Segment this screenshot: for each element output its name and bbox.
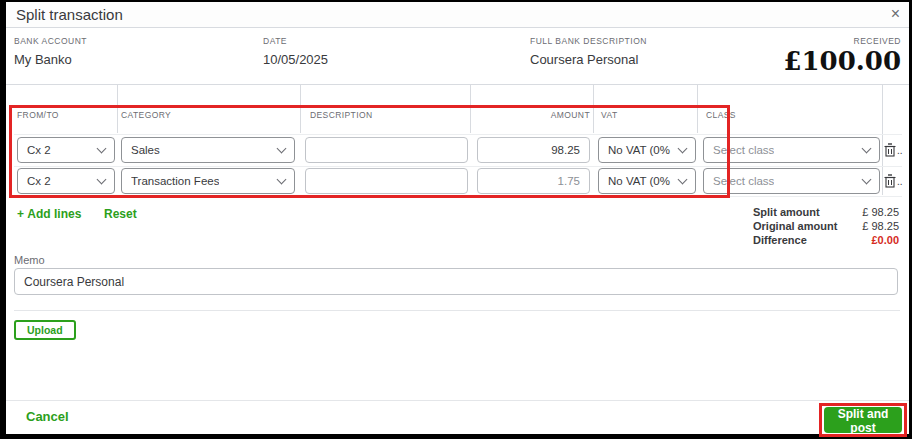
column-header-description: DESCRIPTION <box>310 110 373 120</box>
date-value: 10/05/2025 <box>263 52 328 67</box>
page-title: Split transaction <box>16 6 123 23</box>
totals-summary: Split amount £ 98.25 Original amount £ 9… <box>753 205 899 247</box>
trash-icon <box>884 174 896 188</box>
row1-vat-select[interactable]: No VAT (0% Pur <box>598 137 696 163</box>
column-header-class: CLASS <box>706 110 736 120</box>
row1-category-select[interactable]: Sales <box>121 137 295 163</box>
difference-value: £0.00 <box>871 233 899 247</box>
row2-from-to-select[interactable]: Cx 2 <box>17 168 115 194</box>
original-amount-value: £ 98.25 <box>862 219 899 233</box>
dialog-titlebar: Split transaction × <box>6 2 909 28</box>
received-amount: £100.00 <box>783 46 901 76</box>
row2-category-select[interactable]: Transaction Fees <box>121 168 295 194</box>
reset-button[interactable]: Reset <box>104 207 137 221</box>
footer-divider <box>6 400 909 401</box>
chevron-down-icon <box>862 175 872 185</box>
plus-icon: + <box>17 207 24 221</box>
row1-from-to-select[interactable]: Cx 2 <box>17 137 115 163</box>
split-and-post-button[interactable]: Split and post <box>824 407 902 433</box>
row2-amount-input[interactable] <box>477 168 590 194</box>
full-bank-description-value: Coursera Personal <box>530 52 638 67</box>
row2-class-select[interactable]: Select class <box>703 168 880 194</box>
original-amount-label: Original amount <box>753 219 837 233</box>
row2-from-to-value: Cx 2 <box>27 175 51 187</box>
row2-vat-value: No VAT (0% Pur <box>608 175 673 187</box>
bank-account-label: BANK ACCOUNT <box>14 36 87 46</box>
full-bank-description-label: FULL BANK DESCRIPTION <box>530 36 647 46</box>
memo-divider <box>14 310 900 311</box>
row1-amount-input[interactable] <box>477 137 590 163</box>
row1-category-value: Sales <box>131 144 160 156</box>
row2-delete-more: .. <box>897 176 903 187</box>
row-separator <box>14 166 902 167</box>
received-label: RECEIVED <box>854 36 901 46</box>
memo-input[interactable] <box>14 268 898 295</box>
column-separator <box>300 84 301 133</box>
row1-class-placeholder: Select class <box>713 144 774 156</box>
difference-label: Difference <box>753 233 807 247</box>
row2-class-placeholder: Select class <box>713 175 774 187</box>
row2-category-value: Transaction Fees <box>131 175 219 187</box>
row-separator <box>14 196 902 197</box>
column-header-from-to: FROM/TO <box>17 110 59 120</box>
bank-account-value: My Banko <box>14 52 72 67</box>
column-separator <box>697 84 698 133</box>
split-transaction-dialog: Split transaction × BANK ACCOUNT My Bank… <box>0 0 912 439</box>
difference-row: Difference £0.00 <box>753 233 899 247</box>
column-header-category: CATEGORY <box>121 110 171 120</box>
chevron-down-icon <box>862 144 872 154</box>
row1-from-to-value: Cx 2 <box>27 144 51 156</box>
column-header-vat: VAT <box>601 110 617 120</box>
row2-vat-select[interactable]: No VAT (0% Pur <box>598 168 696 194</box>
column-separator <box>117 84 118 133</box>
column-separator <box>882 84 883 195</box>
trash-icon <box>884 143 896 157</box>
add-lines-label: Add lines <box>27 207 81 221</box>
memo-label: Memo <box>14 254 45 266</box>
row2-delete-button[interactable]: .. <box>884 172 910 190</box>
chevron-down-icon <box>97 144 107 154</box>
cancel-button[interactable]: Cancel <box>26 409 69 424</box>
row2-description-input[interactable] <box>305 168 468 194</box>
split-amount-label: Split amount <box>753 205 820 219</box>
chevron-down-icon <box>97 175 107 185</box>
row1-class-select[interactable]: Select class <box>703 137 880 163</box>
row1-vat-value: No VAT (0% Pur <box>608 144 673 156</box>
split-amount-row: Split amount £ 98.25 <box>753 205 899 219</box>
date-label: DATE <box>263 36 287 46</box>
chevron-down-icon <box>277 175 287 185</box>
add-lines-button[interactable]: + Add lines <box>17 207 81 221</box>
column-separator <box>593 84 594 133</box>
close-icon[interactable]: × <box>891 4 900 24</box>
column-separator <box>470 84 471 133</box>
row1-delete-button[interactable]: .. <box>884 141 910 159</box>
column-header-amount: AMOUNT <box>477 110 590 120</box>
row-separator <box>14 134 902 135</box>
row1-delete-more: .. <box>897 145 903 156</box>
chevron-down-icon <box>277 144 287 154</box>
original-amount-row: Original amount £ 98.25 <box>753 219 899 233</box>
row1-description-input[interactable] <box>305 137 468 163</box>
upload-button[interactable]: Upload <box>14 320 76 340</box>
split-amount-value: £ 98.25 <box>862 205 899 219</box>
header-divider <box>6 84 909 85</box>
chevron-down-icon <box>678 144 688 154</box>
chevron-down-icon <box>678 175 688 185</box>
